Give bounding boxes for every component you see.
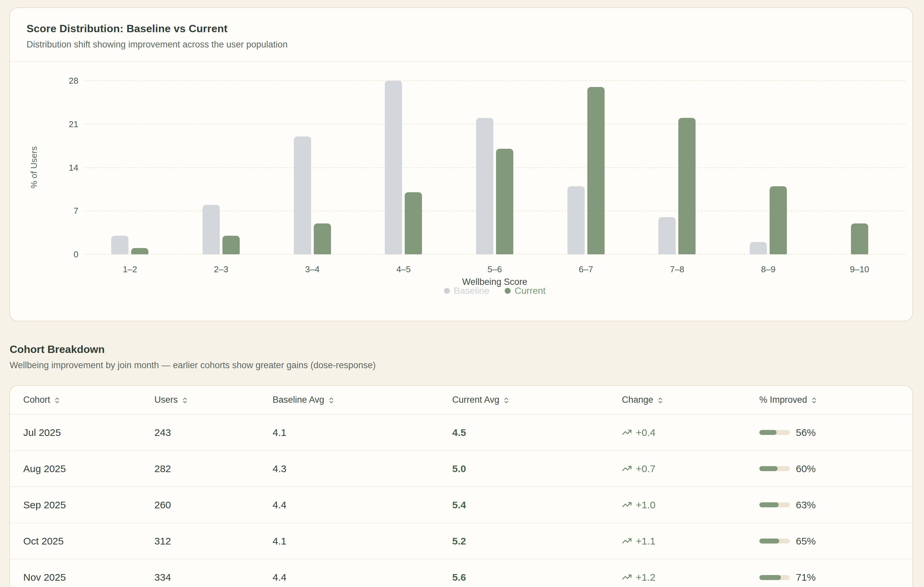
y-tick-0: 0 <box>74 249 78 260</box>
cell-baseline-avg: 4.1 <box>259 523 439 559</box>
change-value: +1.2 <box>636 572 655 583</box>
column-header-change[interactable]: Change <box>609 386 746 414</box>
column-header-label: Current Avg <box>452 395 499 405</box>
bar-current-2–3 <box>223 236 240 254</box>
legend-label-current: Current <box>515 285 546 296</box>
x-tick-6–7: 6–7 <box>540 264 632 275</box>
sort-chevrons-icon[interactable] <box>181 397 188 404</box>
change-value: +0.4 <box>636 427 655 438</box>
progress-track <box>759 575 790 580</box>
y-axis-ticks: 28211470 <box>10 81 78 254</box>
dashboard-page: { "chart_card": { "title": "Score Distri… <box>0 0 924 587</box>
cell-change: +1.2 <box>609 559 746 587</box>
column-header-label: Cohort <box>23 395 50 405</box>
cell-change: +0.4 <box>609 414 746 450</box>
section-subtitle: Wellbeing improvement by join month — ea… <box>10 360 376 371</box>
cell-pct-improved: 56% <box>746 414 913 450</box>
cell-change: +0.7 <box>609 450 746 487</box>
bar-group-8–9 <box>723 81 814 254</box>
bar-current-1–2 <box>131 248 148 254</box>
bar-group-1–2 <box>84 81 176 254</box>
cell-cohort: Sep 2025 <box>10 487 141 523</box>
column-header--improved[interactable]: % Improved <box>746 386 913 414</box>
bar-baseline-8–9 <box>750 242 767 254</box>
bar-baseline-2–3 <box>203 205 220 254</box>
cell-users: 334 <box>141 559 259 587</box>
sort-chevrons-icon[interactable] <box>657 397 664 404</box>
cell-current-avg: 5.4 <box>439 487 609 523</box>
cell-change: +1.1 <box>609 523 746 559</box>
x-axis-labels: 1–22–33–44–55–66–77–88–99–10 <box>84 264 905 275</box>
pct-improved-label: 63% <box>796 500 816 511</box>
table-row-sep-2025[interactable]: Sep 20252604.45.4+1.063% <box>10 487 913 523</box>
column-header-current-avg[interactable]: Current Avg <box>439 386 609 414</box>
bar-current-9–10 <box>851 223 868 254</box>
bar-current-3–4 <box>314 223 331 254</box>
progress-fill <box>759 502 779 507</box>
pct-improved-label: 56% <box>796 427 816 438</box>
x-tick-5–6: 5–6 <box>449 264 541 275</box>
x-tick-2–3: 2–3 <box>176 264 267 275</box>
bar-current-8–9 <box>770 186 787 254</box>
sort-chevrons-icon[interactable] <box>328 397 335 404</box>
column-header-label: % Improved <box>759 395 807 405</box>
cell-baseline-avg: 4.4 <box>259 559 439 587</box>
pct-improved-label: 65% <box>796 536 816 547</box>
chart-card-header: Score Distribution: Baseline vs Current … <box>10 8 912 62</box>
column-header-cohort[interactable]: Cohort <box>10 386 141 414</box>
bar-current-6–7 <box>587 87 605 254</box>
cohort-table-card: CohortUsersBaseline AvgCurrent AvgChange… <box>9 385 913 587</box>
column-header-users[interactable]: Users <box>141 386 259 414</box>
x-tick-8–9: 8–9 <box>723 264 814 275</box>
bar-group-6–7 <box>540 81 632 254</box>
progress-fill <box>759 430 777 435</box>
table-row-jul-2025[interactable]: Jul 20252434.14.5+0.456% <box>10 414 913 450</box>
sort-chevrons-icon[interactable] <box>810 397 818 404</box>
pct-improved-wrap: 65% <box>759 536 913 547</box>
progress-track <box>759 539 790 544</box>
bar-baseline-1–2 <box>111 236 129 254</box>
change-value: +1.0 <box>636 500 655 510</box>
trending-up-icon <box>622 463 632 473</box>
section-title: Cohort Breakdown <box>10 343 376 356</box>
x-tick-7–8: 7–8 <box>632 264 723 275</box>
sort-chevrons-icon[interactable] <box>503 397 510 404</box>
cell-users: 312 <box>141 523 259 559</box>
cell-cohort: Nov 2025 <box>10 559 141 587</box>
cell-cohort: Oct 2025 <box>10 523 141 559</box>
bar-group-2–3 <box>176 81 267 254</box>
bar-current-5–6 <box>496 149 513 254</box>
trending-up-icon <box>622 500 632 510</box>
progress-track <box>759 430 790 435</box>
legend-dot-baseline <box>444 288 450 294</box>
y-tick-21: 21 <box>69 119 78 129</box>
table-row-aug-2025[interactable]: Aug 20252824.35.0+0.760% <box>10 450 913 487</box>
bar-group-9–10 <box>814 81 905 254</box>
legend-item-current: Current <box>505 285 546 296</box>
chart-legend: BaselineCurrent <box>84 285 905 296</box>
y-tick-28: 28 <box>69 76 78 86</box>
score-distribution-card: Score Distribution: Baseline vs Current … <box>9 7 913 322</box>
bar-baseline-7–8 <box>658 217 676 254</box>
cell-change: +1.0 <box>609 487 746 523</box>
x-tick-3–4: 3–4 <box>267 264 358 275</box>
table-row-oct-2025[interactable]: Oct 20253124.15.2+1.165% <box>10 523 913 559</box>
pct-improved-wrap: 56% <box>759 427 913 438</box>
column-header-label: Users <box>154 395 178 405</box>
cell-pct-improved: 60% <box>746 450 913 487</box>
cell-baseline-avg: 4.4 <box>259 487 439 523</box>
y-tick-14: 14 <box>69 162 78 173</box>
progress-fill <box>759 466 777 471</box>
legend-label-baseline: Baseline <box>454 285 489 296</box>
progress-track <box>759 466 790 471</box>
sort-chevrons-icon[interactable] <box>53 397 61 404</box>
bar-group-4–5 <box>358 81 449 254</box>
table-row-nov-2025[interactable]: Nov 20253344.45.6+1.271% <box>10 559 913 587</box>
bar-baseline-5–6 <box>476 118 493 254</box>
bar-baseline-3–4 <box>294 137 311 254</box>
cell-baseline-avg: 4.1 <box>259 414 439 450</box>
trending-up-icon <box>622 572 632 582</box>
column-header-baseline-avg[interactable]: Baseline Avg <box>259 386 439 414</box>
column-header-label: Baseline Avg <box>272 395 324 405</box>
chart-subtitle: Distribution shift showing improvement a… <box>26 40 896 50</box>
